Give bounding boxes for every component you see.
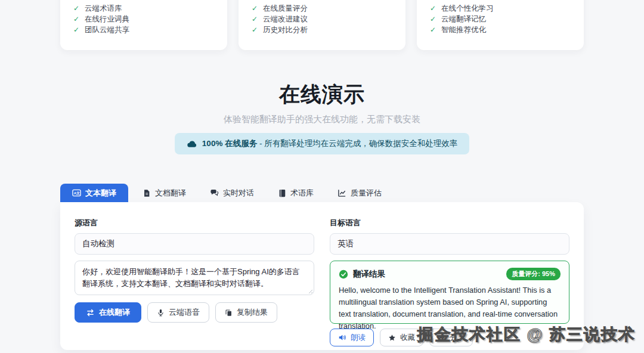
page-title: 在线演示 xyxy=(60,82,584,106)
feature-item: ✓历史对比分析 xyxy=(252,25,391,35)
check-icon: ✓ xyxy=(430,25,436,35)
book-icon xyxy=(278,189,286,197)
tab-document-translation[interactable]: 文档翻译 xyxy=(133,184,196,202)
feature-item: ✓在线个性化学习 xyxy=(430,4,569,14)
page-subtitle: 体验智能翻译助手的强大在线功能，无需下载安装 xyxy=(60,114,584,125)
tab-label: 文档翻译 xyxy=(155,188,186,199)
feature-card-terminology: ✓云端术语库 ✓在线行业词典 ✓团队云端共享 xyxy=(60,0,227,50)
microphone-icon xyxy=(157,309,165,317)
copy-result-button-label: 复制结果 xyxy=(237,307,268,318)
translate-button-label: 在线翻译 xyxy=(99,307,130,318)
demo-tabs: A文 文本翻译 文档翻译 实时对话 术语库 质量评估 xyxy=(60,184,584,202)
feature-label: 在线个性化学习 xyxy=(441,4,494,14)
tab-label: 实时对话 xyxy=(223,188,254,199)
feature-label: 智能推荐优化 xyxy=(441,25,486,35)
check-icon: ✓ xyxy=(252,4,258,14)
copy-icon xyxy=(225,309,233,317)
speaker-icon xyxy=(338,333,346,342)
feature-label: 团队云端共享 xyxy=(85,25,129,35)
source-text-input[interactable]: 你好，欢迎使用智能翻译助手！这是一个基于Spring AI的多语言翻译系统，支持… xyxy=(75,261,314,295)
feature-item: ✓团队云端共享 xyxy=(73,25,213,35)
tab-text-translation[interactable]: A文 文本翻译 xyxy=(60,184,128,202)
document-icon xyxy=(143,189,151,197)
feature-item: ✓云端术语库 xyxy=(73,4,213,14)
swap-icon xyxy=(86,308,95,317)
check-icon: ✓ xyxy=(430,14,436,24)
svg-text:A文: A文 xyxy=(74,191,80,195)
tab-label: 文本翻译 xyxy=(85,188,116,199)
target-language-label: 目标语言 xyxy=(330,218,569,228)
result-title: 翻译结果 xyxy=(353,269,385,280)
feature-label: 云端翻译记忆 xyxy=(441,14,486,24)
source-language-select[interactable]: 自动检测 xyxy=(75,233,314,255)
chart-icon xyxy=(338,188,346,197)
check-icon: ✓ xyxy=(430,4,436,14)
check-icon: ✓ xyxy=(73,4,79,14)
target-language-select[interactable]: 英语 xyxy=(330,233,569,255)
feature-label: 在线行业词典 xyxy=(85,14,129,24)
chat-icon xyxy=(210,188,219,197)
read-aloud-button-label: 朗读 xyxy=(351,333,366,343)
translate-button[interactable]: 在线翻译 xyxy=(75,302,141,323)
banner-text: 100% 在线服务 - 所有翻译处理均在云端完成，确保数据安全和处理效率 xyxy=(202,138,457,149)
cloud-icon xyxy=(187,139,197,149)
check-circle-icon xyxy=(339,270,348,279)
feature-item: ✓云端改进建议 xyxy=(252,14,391,24)
banner-rest: - 所有翻译处理均在云端完成，确保数据安全和处理效率 xyxy=(257,139,457,148)
star-icon xyxy=(388,334,396,342)
cloud-voice-button-label: 云端语音 xyxy=(169,307,200,318)
copy-result-button[interactable]: 复制结果 xyxy=(215,302,277,323)
read-aloud-button[interactable]: 朗读 xyxy=(330,329,374,346)
feature-item: ✓云端翻译记忆 xyxy=(430,14,569,24)
banner-highlight: 100% 在线服务 xyxy=(202,139,257,148)
favorite-button-label: 收藏 xyxy=(400,333,415,343)
feature-cards-row: ✓云端术语库 ✓在线行业词典 ✓团队云端共享 ✓在线质量评分 ✓云端改进建议 ✓… xyxy=(60,0,584,50)
feature-label: 在线质量评分 xyxy=(263,4,308,14)
feature-item: ✓在线质量评分 xyxy=(252,4,391,14)
feature-label: 历史对比分析 xyxy=(263,25,308,35)
online-service-banner: 100% 在线服务 - 所有翻译处理均在云端完成，确保数据安全和处理效率 xyxy=(175,133,469,154)
feature-item: ✓智能推荐优化 xyxy=(430,25,569,35)
check-icon: ✓ xyxy=(252,14,258,24)
feature-card-quality: ✓在线质量评分 ✓云端改进建议 ✓历史对比分析 xyxy=(239,0,405,50)
tab-quality-evaluation[interactable]: 质量评估 xyxy=(328,184,391,202)
feature-card-personalization: ✓在线个性化学习 ✓云端翻译记忆 ✓智能推荐优化 xyxy=(417,0,584,50)
tab-realtime-chat[interactable]: 实时对话 xyxy=(200,184,264,202)
feature-label: 云端改进建议 xyxy=(263,14,308,24)
translate-icon: A文 xyxy=(72,188,81,197)
check-icon: ✓ xyxy=(252,25,258,35)
tab-label: 术语库 xyxy=(290,188,314,199)
cloud-voice-button[interactable]: 云端语音 xyxy=(147,302,209,323)
feature-label: 云端术语库 xyxy=(85,4,122,14)
watermark: 掘金技术社区 @ 苏三说技术 xyxy=(417,324,636,345)
tab-terminology[interactable]: 术语库 xyxy=(268,184,323,202)
tab-label: 质量评估 xyxy=(351,188,382,199)
source-language-label: 源语言 xyxy=(75,218,314,228)
quality-score-badge: 质量评分: 95% xyxy=(506,268,561,280)
feature-item: ✓在线行业词典 xyxy=(73,14,213,24)
check-icon: ✓ xyxy=(73,25,79,35)
translation-result-box: 翻译结果 质量评分: 95% Hello, welcome to the Int… xyxy=(330,261,569,324)
check-icon: ✓ xyxy=(73,14,79,24)
